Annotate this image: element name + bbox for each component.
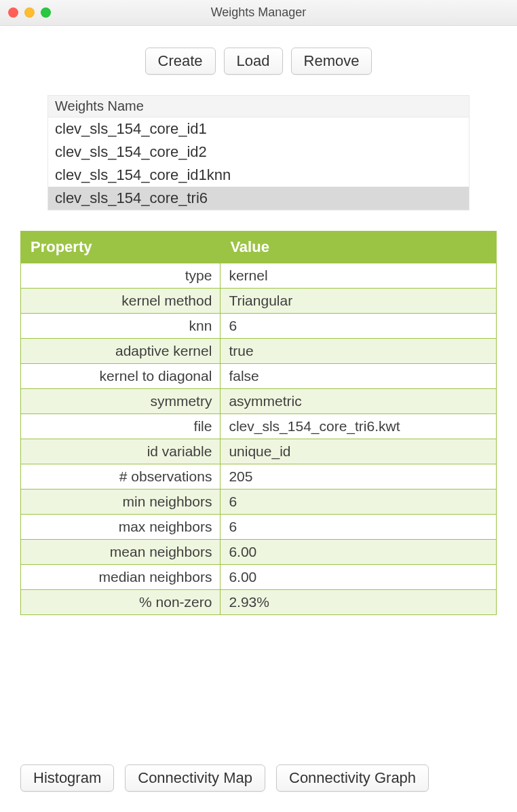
properties-header-property: Property xyxy=(21,232,221,263)
property-row: fileclev_sls_154_core_tri6.kwt xyxy=(21,414,497,439)
property-row: median neighbors6.00 xyxy=(21,565,497,590)
property-key: kernel to diagonal xyxy=(21,364,221,389)
titlebar: Weights Manager xyxy=(0,0,517,26)
property-value: Triangular xyxy=(221,289,497,314)
property-key: # observations xyxy=(21,464,221,490)
property-row: adaptive kerneltrue xyxy=(21,339,497,364)
property-value: kernel xyxy=(221,263,497,289)
weights-list-row[interactable]: clev_sls_154_core_id2 xyxy=(48,141,469,164)
remove-button[interactable]: Remove xyxy=(291,48,372,75)
property-key: knn xyxy=(21,314,221,339)
property-value: true xyxy=(221,339,497,364)
top-toolbar: Create Load Remove xyxy=(20,48,497,75)
weights-list: Weights Name clev_sls_154_core_id1clev_s… xyxy=(47,95,470,210)
property-key: median neighbors xyxy=(21,565,221,590)
property-value: clev_sls_154_core_tri6.kwt xyxy=(221,414,497,439)
weights-list-row[interactable]: clev_sls_154_core_id1knn xyxy=(48,164,469,187)
property-row: min neighbors6 xyxy=(21,490,497,515)
create-button[interactable]: Create xyxy=(145,48,216,75)
weights-list-header: Weights Name xyxy=(48,96,469,117)
property-row: typekernel xyxy=(21,263,497,289)
property-row: symmetryasymmetric xyxy=(21,389,497,414)
property-key: adaptive kernel xyxy=(21,339,221,364)
connectivity-graph-button[interactable]: Connectivity Graph xyxy=(276,764,429,792)
property-value: 6 xyxy=(221,515,497,540)
property-value: 6 xyxy=(221,490,497,515)
load-button[interactable]: Load xyxy=(224,48,283,75)
property-value: unique_id xyxy=(221,439,497,464)
property-key: file xyxy=(21,414,221,439)
connectivity-map-button[interactable]: Connectivity Map xyxy=(125,764,265,792)
property-value: 2.93% xyxy=(221,590,497,615)
property-key: % non-zero xyxy=(21,590,221,615)
property-row: kernel methodTriangular xyxy=(21,289,497,314)
weights-list-row[interactable]: clev_sls_154_core_tri6 xyxy=(48,187,469,210)
property-value: 6.00 xyxy=(221,540,497,565)
property-key: type xyxy=(21,263,221,289)
property-row: id variableunique_id xyxy=(21,439,497,464)
property-key: mean neighbors xyxy=(21,540,221,565)
property-value: false xyxy=(221,364,497,389)
property-value: 6 xyxy=(221,314,497,339)
property-value: 6.00 xyxy=(221,565,497,590)
property-value: 205 xyxy=(221,464,497,490)
bottom-toolbar: Histogram Connectivity Map Connectivity … xyxy=(20,764,497,792)
property-key: id variable xyxy=(21,439,221,464)
property-row: kernel to diagonalfalse xyxy=(21,364,497,389)
properties-header-value: Value xyxy=(221,232,497,263)
property-row: max neighbors6 xyxy=(21,515,497,540)
property-key: max neighbors xyxy=(21,515,221,540)
histogram-button[interactable]: Histogram xyxy=(20,764,114,792)
window-title: Weights Manager xyxy=(0,5,517,20)
property-row: mean neighbors6.00 xyxy=(21,540,497,565)
property-row: # observations205 xyxy=(21,464,497,490)
property-key: kernel method xyxy=(21,289,221,314)
property-value: asymmetric xyxy=(221,389,497,414)
properties-table: Property Value typekernelkernel methodTr… xyxy=(20,231,497,615)
property-row: knn6 xyxy=(21,314,497,339)
property-key: symmetry xyxy=(21,389,221,414)
weights-list-row[interactable]: clev_sls_154_core_id1 xyxy=(48,117,469,141)
property-row: % non-zero2.93% xyxy=(21,590,497,615)
property-key: min neighbors xyxy=(21,490,221,515)
